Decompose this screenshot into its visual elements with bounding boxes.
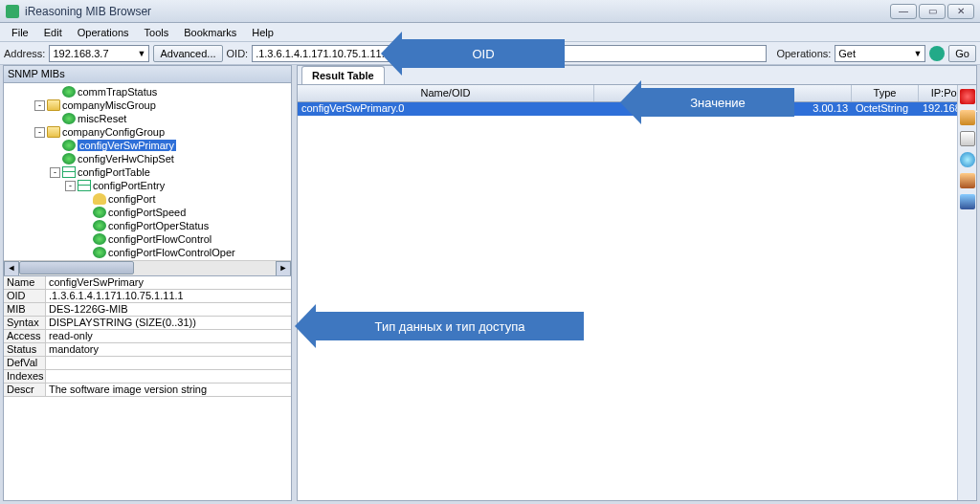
menu-edit[interactable]: Edit <box>36 25 70 40</box>
col-value[interactable]: Value <box>594 85 852 101</box>
scroll-left-icon[interactable]: ◄ <box>4 261 19 276</box>
chevron-down-icon: ▼ <box>913 49 922 58</box>
tree-item[interactable]: configPort <box>4 192 291 206</box>
chevron-down-icon: ▼ <box>138 49 146 58</box>
result-tabs: Result Table <box>298 66 976 85</box>
detail-value: configVerSwPrimary <box>46 276 291 289</box>
side-toolbar <box>957 85 976 500</box>
col-type[interactable]: Type <box>852 85 919 101</box>
detail-value: The software image version string <box>46 383 291 396</box>
leaf-icon <box>93 220 106 231</box>
menu-file[interactable]: File <box>4 25 36 40</box>
leaf-icon <box>62 153 76 164</box>
detail-value: read-only <box>46 330 291 342</box>
menu-tools[interactable]: Tools <box>137 25 177 40</box>
details-table: NameconfigVerSwPrimaryOID.1.3.6.1.4.1.17… <box>4 275 291 500</box>
search-icon[interactable] <box>960 152 975 167</box>
expander-icon[interactable]: - <box>34 127 45 138</box>
toolbar: Address: 192.168.3.7 ▼ Advanced... OID: … <box>0 42 980 65</box>
oid-label: OID: <box>227 48 249 59</box>
tree-item[interactable]: configPortPriority <box>4 259 291 260</box>
detail-row: DefVal <box>4 357 291 370</box>
detail-value: .1.3.6.1.4.1.171.10.75.1.11.1 <box>46 290 291 302</box>
operations-combo[interactable]: Get ▼ <box>835 45 925 62</box>
detail-value <box>46 370 291 383</box>
menu-bookmarks[interactable]: Bookmarks <box>176 25 244 40</box>
cell-value: 3.00.13 <box>594 102 852 116</box>
save-icon[interactable] <box>960 194 975 209</box>
leaf-icon <box>93 247 106 258</box>
tree-item[interactable]: configVerHwChipSet <box>4 152 291 165</box>
detail-row: Indexes <box>4 370 291 383</box>
menu-help[interactable]: Help <box>244 25 281 40</box>
mib-tree[interactable]: commTrapStatus-companyMiscGroupmiscReset… <box>4 83 291 260</box>
menu-bar: File Edit Operations Tools Bookmarks Hel… <box>0 23 980 42</box>
leaf-icon <box>62 140 76 151</box>
oid-input[interactable]: .1.3.6.1.4.1.171.10.75.1.11.1.0 <box>252 45 767 62</box>
left-pane: SNMP MIBs commTrapStatus-companyMiscGrou… <box>3 65 292 501</box>
result-row[interactable]: configVerSwPrimary.03.00.13OctetString19… <box>298 102 976 116</box>
detail-row: Statusmandatory <box>4 343 291 357</box>
leaf-icon <box>62 113 76 124</box>
operations-label: Operations: <box>776 48 831 59</box>
address-combo[interactable]: 192.168.3.7 ▼ <box>49 45 149 62</box>
advanced-button[interactable]: Advanced... <box>153 45 222 62</box>
expander-icon[interactable]: - <box>65 181 76 191</box>
folder-icon <box>47 126 60 138</box>
detail-key: Syntax <box>4 317 46 329</box>
detail-row: Accessread-only <box>4 330 291 343</box>
tree-item[interactable]: configPortFlowControlOper <box>4 246 291 259</box>
detail-value: DISPLAYSTRING (SIZE(0..31)) <box>46 317 291 329</box>
tree-item-label: configPortEntry <box>93 180 165 191</box>
tree-item-label: configPort <box>108 193 156 205</box>
tree-item-label: configPortFlowControlOper <box>108 247 235 258</box>
scroll-thumb[interactable] <box>19 261 134 274</box>
detail-value: mandatory <box>46 343 291 356</box>
tree-item[interactable]: -companyConfigGroup <box>4 125 291 139</box>
tree-item[interactable]: configPortFlowControl <box>4 232 291 246</box>
result-table-tab[interactable]: Result Table <box>301 66 385 84</box>
minimize-button[interactable]: — <box>890 4 917 19</box>
expander-icon[interactable]: - <box>50 167 60 178</box>
tree-item-label: commTrapStatus <box>78 86 157 98</box>
stop-icon[interactable] <box>960 89 975 104</box>
menu-operations[interactable]: Operations <box>70 25 137 40</box>
tree-item-label: configVerSwPrimary <box>78 140 176 151</box>
detail-key: DefVal <box>4 357 46 369</box>
tree-item[interactable]: -configPortTable <box>4 165 291 179</box>
cell-name: configVerSwPrimary.0 <box>298 102 594 116</box>
detail-row: SyntaxDISPLAYSTRING (SIZE(0..31)) <box>4 317 291 330</box>
tree-item-label: companyMiscGroup <box>62 99 156 111</box>
tree-item-label: configPortTable <box>78 166 150 178</box>
close-button[interactable]: ✕ <box>947 4 974 19</box>
tree-item[interactable]: -companyMiscGroup <box>4 99 291 112</box>
scroll-right-icon[interactable]: ► <box>276 261 291 276</box>
detail-row: NameconfigVerSwPrimary <box>4 276 291 290</box>
detail-row: DescrThe software image version string <box>4 383 291 397</box>
tree-item[interactable]: -configPortEntry <box>4 179 291 192</box>
export-icon[interactable] <box>960 173 975 188</box>
tree-item[interactable]: commTrapStatus <box>4 85 291 99</box>
detail-value <box>46 357 291 369</box>
go-icon[interactable] <box>929 46 945 61</box>
app-icon <box>6 5 19 18</box>
col-name[interactable]: Name/OID <box>298 85 594 101</box>
go-button[interactable]: Go <box>948 45 976 62</box>
expander-icon[interactable]: - <box>34 100 45 111</box>
result-header: Name/OID Value Type IP:Port <box>298 85 976 102</box>
document-icon[interactable] <box>960 131 975 146</box>
right-pane: Result Table Name/OID Value Type IP:Port… <box>297 65 977 501</box>
leaf-icon <box>93 233 106 245</box>
table-icon[interactable] <box>960 110 975 125</box>
tree-item[interactable]: configPortOperStatus <box>4 219 291 232</box>
tree-item[interactable]: configVerSwPrimary <box>4 139 291 152</box>
tree-item[interactable]: miscReset <box>4 112 291 125</box>
tree-scrollbar[interactable]: ◄ ► <box>4 260 291 275</box>
tree-item-label: companyConfigGroup <box>62 126 165 138</box>
title-bar: iReasoning MIB Browser — ▭ ✕ <box>0 0 980 23</box>
leaf-icon <box>62 86 76 98</box>
maximize-button[interactable]: ▭ <box>919 4 946 19</box>
detail-row: MIBDES-1226G-MIB <box>4 303 291 317</box>
cell-type: OctetString <box>852 102 919 116</box>
tree-item[interactable]: configPortSpeed <box>4 206 291 219</box>
